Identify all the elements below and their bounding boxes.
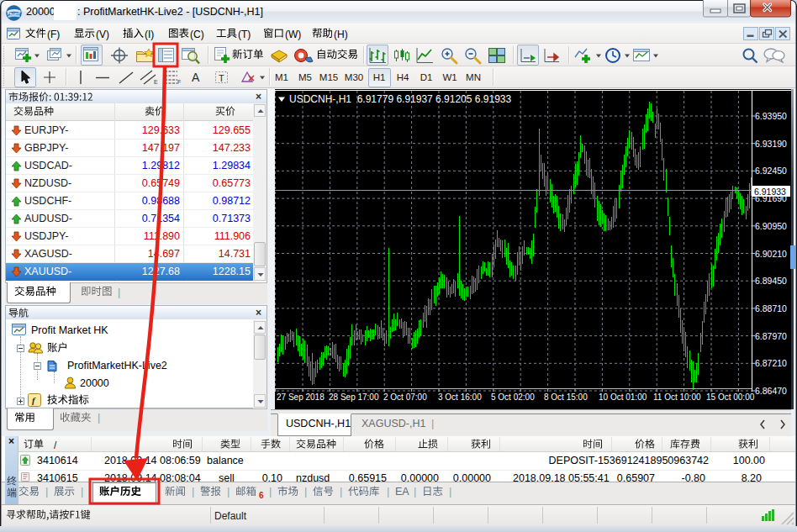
svg-text:T: T	[219, 73, 224, 83]
svg-text:PROFIT: PROFIT	[8, 12, 21, 16]
svg-text:E: E	[154, 79, 158, 85]
svg-text:F: F	[177, 79, 181, 85]
